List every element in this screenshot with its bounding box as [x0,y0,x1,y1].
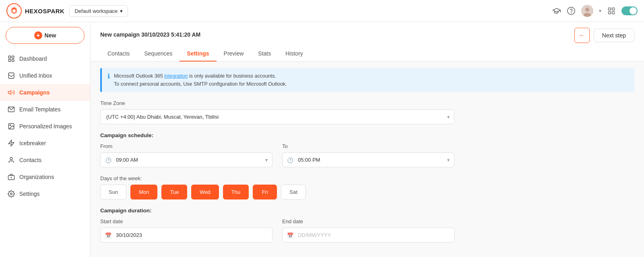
logo: HEXOSPARK [6,3,64,19]
content-body: ℹ Microsoft Outlook 365 integration is o… [91,62,644,257]
svg-rect-17 [12,60,14,62]
to-select-wrapper: 🕐 05:00 PM ▾ [282,152,454,167]
svg-point-5 [568,7,575,14]
topbar-right: ▾ [552,5,638,17]
timezone-select[interactable]: (UTC +4:00) Abu Dhabi, Muscat, Yerevan, … [100,109,454,124]
to-time-select[interactable]: 05:00 PM [282,152,454,167]
content-area: New campaign 30/10/2023 5:41:20 AM ← Nex… [91,22,644,257]
sidebar-item-settings[interactable]: Settings [0,185,90,202]
sidebar-item-icebreaker[interactable]: Icebreaker [0,135,90,152]
schedule-label: Campaign schedule: [100,132,634,138]
app-name: HEXOSPARK [25,8,64,14]
timezone-label: Time Zone [100,100,634,106]
svg-point-8 [585,8,589,12]
day-wed[interactable]: Wed [191,185,219,199]
plus-icon: + [34,31,42,39]
duration-row: Start date 📅 End date 📅 [100,218,454,243]
image-icon [7,122,15,130]
svg-point-28 [10,193,12,195]
svg-point-6 [571,12,572,13]
tab-contacts[interactable]: Contacts [100,46,137,62]
day-sun[interactable]: Sun [100,185,126,199]
svg-rect-15 [12,56,14,58]
tab-settings[interactable]: Settings [180,46,216,62]
sidebar-item-campaigns[interactable]: Campaigns [0,84,90,101]
graduation-cap-icon[interactable] [552,6,561,15]
sidebar-item-personalized-images[interactable]: Personalized Images [0,118,90,135]
new-button[interactable]: + New [6,27,85,44]
topbar: HEXOSPARK Default workspace ▾ [0,0,644,22]
svg-rect-11 [612,8,615,10]
theme-toggle[interactable] [621,6,638,15]
duration-label: Campaign duration: [100,208,454,214]
days-section: Days of the week: Sun Mon Tue Wed Thu Fr… [100,175,454,199]
tab-stats[interactable]: Stats [251,46,278,62]
day-tue[interactable]: Tue [161,185,187,199]
settings-icon [7,190,15,198]
tab-preview[interactable]: Preview [217,46,251,62]
next-step-button[interactable]: Next step [594,29,634,42]
day-thu[interactable]: Thu [223,185,249,199]
from-label: From [100,143,272,149]
svg-rect-12 [609,12,611,14]
tab-sequences[interactable]: Sequences [137,46,180,62]
grid-icon [7,55,15,63]
org-icon [7,173,15,181]
to-label: To [282,143,454,149]
svg-rect-10 [609,8,611,10]
from-time-select[interactable]: 09:00 AM [100,152,272,167]
info-banner: ℹ Microsoft Outlook 365 integration is o… [100,68,634,92]
tab-history[interactable]: History [278,46,310,62]
campaign-tabs: Contacts Sequences Settings Preview Stat… [100,46,634,61]
topbar-left: HEXOSPARK Default workspace ▾ [6,3,128,19]
chevron-down-icon: ▾ [120,8,123,14]
megaphone-icon [7,88,15,97]
workspace-selector[interactable]: Default workspace ▾ [69,5,128,17]
timezone-group: Time Zone (UTC +4:00) Abu Dhabi, Muscat,… [100,100,634,124]
tab-actions: ← Next step [574,28,634,46]
question-circle-icon[interactable] [567,6,576,15]
sidebar-item-label: Dashboard [19,56,47,62]
svg-point-3 [12,9,16,12]
workspace-label: Default workspace [74,8,118,14]
end-date-field: End date 📅 [282,218,454,243]
info-banner-line2: To connect personal accounts, Use SMTP c… [114,80,287,88]
sidebar-item-contacts[interactable]: Contacts [0,152,90,169]
sidebar-item-organizations[interactable]: Organizations [0,169,90,185]
days-row: Sun Mon Tue Wed Thu Fri Sat [100,185,454,199]
sidebar: + New Dashboard Unified Inbox [0,22,91,257]
start-date-label: Start date [100,218,272,224]
sidebar-item-unified-inbox[interactable]: Unified Inbox [0,67,90,84]
new-button-label: New [45,32,56,39]
from-field: From 🕐 09:00 AM ▾ [100,143,272,167]
avatar[interactable] [581,5,593,17]
sidebar-item-email-templates[interactable]: Email Templates [0,101,90,118]
grid-icon[interactable] [607,6,616,15]
form-section: Time Zone (UTC +4:00) Abu Dhabi, Muscat,… [91,92,644,251]
main-layout: + New Dashboard Unified Inbox [0,22,644,257]
day-sat[interactable]: Sat [281,185,306,199]
svg-rect-18 [8,73,14,78]
inbox-icon [7,72,15,80]
schedule-group: Campaign schedule: From 🕐 09:00 AM ▾ [100,132,634,167]
campaign-header: New campaign 30/10/2023 5:41:20 AM ← Nex… [91,22,644,62]
integration-link[interactable]: integration [164,73,188,79]
logo-icon [6,3,22,19]
svg-point-24 [10,157,12,160]
info-text: Microsoft Outlook 365 integration is onl… [114,72,287,88]
chevron-down-icon: ▾ [599,8,601,14]
sidebar-item-dashboard[interactable]: Dashboard [0,50,90,67]
day-mon[interactable]: Mon [130,185,157,199]
back-button[interactable]: ← [574,28,590,43]
timezone-select-wrapper: (UTC +4:00) Abu Dhabi, Muscat, Yerevan, … [100,109,454,124]
sidebar-item-label: Organizations [19,174,54,180]
sidebar-item-label: Contacts [19,157,41,163]
svg-rect-13 [612,12,615,14]
svg-rect-14 [8,56,10,58]
end-date-input[interactable] [282,228,454,243]
start-date-field: Start date 📅 [100,218,272,243]
start-date-input[interactable] [100,228,272,243]
from-select-wrapper: 🕐 09:00 AM ▾ [100,152,272,167]
contact-icon [7,156,15,164]
day-fri[interactable]: Fri [253,185,277,199]
